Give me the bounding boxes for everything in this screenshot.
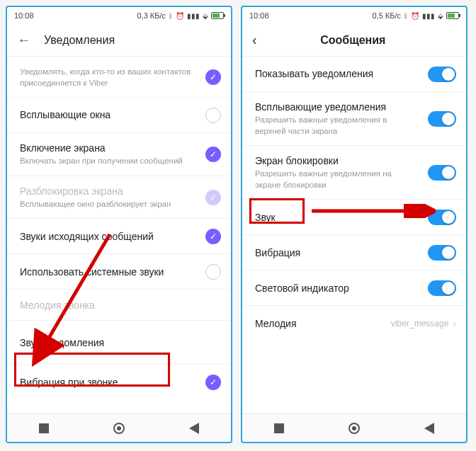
- nav-home[interactable]: [113, 423, 125, 434]
- phone-left: 10:08 0,3 КБ/с ᛒ ⏰ ▮▮▮ ⬙ ← Уведомления У…: [6, 6, 232, 443]
- phone-right: 10:08 0,5 КБ/с ᛒ ⏰ ▮▮▮ ⬙ ‹ Сообщения Пок…: [241, 6, 468, 443]
- nav-recents[interactable]: [39, 423, 49, 433]
- row-label: Показывать уведомления: [255, 67, 419, 80]
- navbar: [242, 413, 466, 442]
- row-popup-windows[interactable]: Всплывающие окна: [7, 98, 231, 133]
- row-label: Вибрация при звонке: [20, 376, 197, 389]
- wifi-icon: ⬙: [203, 12, 208, 20]
- row-popup-notifications[interactable]: Всплывающие уведомления Разрешить важные…: [242, 92, 466, 146]
- page-title: Сообщения: [250, 34, 456, 47]
- checkbox-icon[interactable]: [205, 264, 221, 280]
- clock: 10:08: [14, 11, 34, 20]
- toggle[interactable]: [428, 245, 456, 261]
- row-label: Всплывающие окна: [20, 108, 197, 121]
- settings-list: Показывать уведомления Всплывающие уведо…: [242, 57, 466, 413]
- chevron-right-icon: ›: [453, 318, 456, 329]
- row-system-sounds[interactable]: Использовать системные звуки: [7, 254, 231, 290]
- row-label: Вибрация: [255, 246, 419, 259]
- row-notification-sound[interactable]: Звук уведомления: [7, 321, 231, 365]
- header: ‹ Сообщения: [242, 24, 466, 57]
- battery-icon: [211, 12, 224, 19]
- bluetooth-icon: ᛒ: [169, 12, 173, 20]
- row-label: Световой индикатор: [255, 282, 419, 295]
- header: ← Уведомления: [7, 24, 231, 57]
- row-label: Экран блокировки: [255, 154, 419, 167]
- row-sub: Разрешить важные уведомления на экране б…: [255, 169, 419, 190]
- row-value: viber_message: [391, 319, 448, 329]
- row-label: Всплывающие уведомления: [255, 101, 419, 113]
- checkbox-icon[interactable]: ✓: [205, 229, 221, 244]
- row-sub: Уведомлять, когда кто-то из ваших контак…: [20, 67, 197, 89]
- row-sound[interactable]: Звук: [242, 200, 466, 235]
- row-label: Включение экрана: [20, 142, 197, 154]
- toggle[interactable]: [428, 67, 456, 82]
- toggle[interactable]: [428, 210, 456, 225]
- checkbox-icon[interactable]: ✓: [205, 69, 221, 85]
- row-ringtone[interactable]: Мелодия звонка: [7, 290, 231, 321]
- signal-icon: ▮▮▮: [187, 12, 200, 20]
- nav-home[interactable]: [348, 423, 360, 434]
- checkbox-icon: ✓: [205, 190, 221, 205]
- row-outgoing-sounds[interactable]: Звуки исходящих сообщений ✓: [7, 219, 231, 254]
- nav-back[interactable]: [424, 423, 434, 434]
- row-melody[interactable]: Мелодия viber_message ›: [242, 306, 466, 341]
- row-label: Звуки исходящих сообщений: [20, 230, 197, 243]
- data-speed: 0,5 КБ/с: [372, 11, 401, 20]
- checkbox-icon[interactable]: [205, 108, 221, 123]
- row-label: Использовать системные звуки: [20, 266, 197, 278]
- row-label: Мелодия: [255, 317, 382, 330]
- nav-recents[interactable]: [274, 423, 284, 433]
- row-led-indicator[interactable]: Световой индикатор: [242, 270, 466, 306]
- row-sub: Всплывающее окно разблокирует экран: [20, 199, 197, 210]
- toggle[interactable]: [428, 111, 456, 127]
- row-label: Звук: [255, 211, 419, 224]
- clock: 10:08: [249, 11, 269, 20]
- back-button[interactable]: ←: [17, 32, 31, 48]
- row-show-notifications[interactable]: Показывать уведомления: [242, 57, 466, 92]
- bluetooth-icon: ᛒ: [404, 12, 408, 20]
- wifi-icon: ⬙: [438, 12, 443, 20]
- navbar: [7, 413, 231, 442]
- statusbar: 10:08 0,3 КБ/с ᛒ ⏰ ▮▮▮ ⬙: [7, 7, 231, 24]
- row-sub: Включать экран при получении сообщений: [20, 156, 197, 167]
- settings-list: Уведомлять, когда кто-то из ваших контак…: [7, 57, 231, 413]
- row-label: Мелодия звонка: [20, 299, 212, 312]
- row-vibrate-on-call[interactable]: Вибрация при звонке ✓: [7, 365, 231, 400]
- row-screen-on[interactable]: Включение экрана Включать экран при полу…: [7, 133, 231, 176]
- battery-icon: [446, 12, 459, 19]
- row-vibration[interactable]: Вибрация: [242, 235, 466, 270]
- alarm-icon: ⏰: [176, 12, 184, 20]
- data-speed: 0,3 КБ/с: [137, 11, 166, 20]
- toggle[interactable]: [428, 165, 456, 181]
- checkbox-icon[interactable]: ✓: [205, 375, 221, 390]
- checkbox-icon[interactable]: ✓: [205, 147, 221, 162]
- row-label: Звук уведомления: [20, 336, 212, 349]
- nav-back[interactable]: [189, 423, 199, 434]
- row-lock-screen[interactable]: Экран блокировки Разрешить важные уведом…: [242, 146, 466, 200]
- row-label: Разблокировка экрана: [20, 185, 197, 198]
- row-unlock-screen[interactable]: Разблокировка экрана Всплывающее окно ра…: [7, 176, 231, 219]
- page-title: Уведомления: [44, 34, 115, 47]
- statusbar: 10:08 0,5 КБ/с ᛒ ⏰ ▮▮▮ ⬙: [242, 7, 466, 24]
- signal-icon: ▮▮▮: [422, 12, 435, 20]
- toggle[interactable]: [428, 280, 456, 296]
- row-contact-joined[interactable]: Уведомлять, когда кто-то из ваших контак…: [7, 57, 231, 98]
- alarm-icon: ⏰: [411, 12, 419, 20]
- row-sub: Разрешить важные уведомления в верхней ч…: [255, 115, 419, 137]
